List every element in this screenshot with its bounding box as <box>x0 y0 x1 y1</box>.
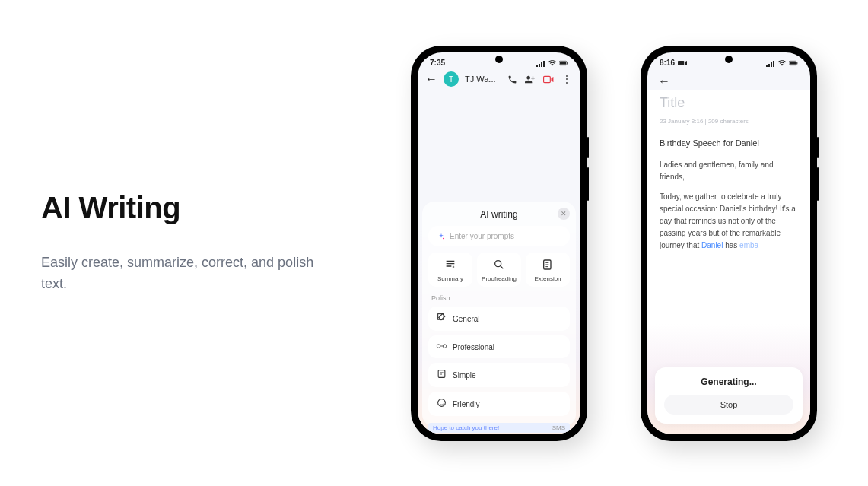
polish-simple[interactable]: Simple <box>428 363 570 387</box>
prompt-input[interactable]: Enter your prompts <box>428 226 570 246</box>
polish-friendly[interactable]: Friendly <box>428 392 570 416</box>
svg-point-12 <box>440 402 440 402</box>
sparkle-icon <box>437 233 445 240</box>
svg-point-4 <box>443 237 444 239</box>
battery-icon <box>559 59 568 67</box>
status-time: 8:16 <box>660 59 675 67</box>
chat-header: ← T TJ Wa... ⋮ <box>418 68 580 90</box>
status-time: 7:35 <box>430 59 445 67</box>
battery-icon <box>789 59 798 67</box>
add-contact-icon[interactable] <box>524 75 536 84</box>
polish-professional[interactable]: Professional <box>428 335 570 358</box>
prompt-placeholder: Enter your prompts <box>450 232 514 240</box>
call-icon[interactable] <box>506 75 518 84</box>
action-label: Proofreading <box>480 275 518 282</box>
phone-note-generating: 8:16 ← Title 23 January 8:16 | 209 chara… <box>641 46 817 441</box>
professional-icon <box>436 341 447 352</box>
stop-button[interactable]: Stop <box>664 395 793 415</box>
polish-label: Friendly <box>453 400 480 408</box>
polish-section-label: Polish <box>431 294 567 302</box>
back-icon[interactable]: ← <box>658 75 670 87</box>
wifi-icon <box>548 59 557 67</box>
action-label: Extension <box>529 275 567 282</box>
extension-icon <box>529 259 567 273</box>
svg-rect-17 <box>796 62 797 64</box>
ai-writing-panel: AI writing ✕ Enter your prompts Summary <box>422 202 576 427</box>
back-icon[interactable]: ← <box>425 72 437 86</box>
svg-point-8 <box>437 345 440 348</box>
phone-mockups: 7:35 ← T TJ Wa... <box>411 46 817 441</box>
summary-icon <box>431 259 469 273</box>
svg-rect-2 <box>567 62 568 64</box>
svg-rect-10 <box>438 370 445 378</box>
proofreading-icon <box>480 259 518 273</box>
action-summary[interactable]: Summary <box>428 253 472 287</box>
video-call-icon[interactable] <box>542 75 555 84</box>
ai-panel-title: AI writing <box>480 209 517 220</box>
note-meta: 23 January 8:16 | 209 characters <box>660 117 798 126</box>
svg-point-13 <box>442 402 443 402</box>
polish-label: Professional <box>453 343 494 351</box>
friendly-icon <box>436 398 447 410</box>
general-icon <box>436 313 447 325</box>
svg-rect-14 <box>678 61 684 65</box>
more-icon[interactable]: ⋮ <box>561 74 573 84</box>
polish-general[interactable]: General <box>428 307 570 331</box>
camera-notch <box>495 56 503 63</box>
message-snippet: Hope to catch you there! SMS <box>428 423 570 433</box>
svg-point-9 <box>443 345 447 348</box>
note-title-placeholder[interactable]: Title <box>660 93 798 114</box>
svg-point-5 <box>495 261 501 267</box>
action-extension[interactable]: Extension <box>526 253 570 287</box>
signal-icon <box>766 59 775 67</box>
camera-notch <box>725 56 733 63</box>
action-proofreading[interactable]: Proofreading <box>477 253 521 287</box>
document-heading: Birthday Speech for Daniel <box>660 137 798 150</box>
svg-rect-1 <box>560 62 566 64</box>
svg-rect-3 <box>544 76 551 82</box>
page-subhead: Easily create, summarize, correct, and p… <box>41 253 315 295</box>
avatar[interactable]: T <box>444 71 459 87</box>
recording-icon <box>678 60 687 66</box>
polish-label: General <box>453 315 480 323</box>
svg-rect-16 <box>790 62 796 64</box>
simple-icon <box>436 369 447 381</box>
document-paragraph: Ladies and gentlemen, family and friends… <box>660 159 798 183</box>
generating-status: Generating... <box>664 376 793 387</box>
action-label: Summary <box>431 275 469 282</box>
wifi-icon <box>777 59 787 67</box>
svg-point-11 <box>437 399 445 407</box>
close-icon[interactable]: ✕ <box>558 208 570 220</box>
contact-name[interactable]: TJ Wa... <box>465 75 500 84</box>
document-paragraph: Today, we gather to celebrate a truly sp… <box>660 191 798 252</box>
generating-panel: Generating... Stop <box>655 367 803 424</box>
signal-icon <box>536 59 545 67</box>
phone-ai-writing-panel: 7:35 ← T TJ Wa... <box>411 46 587 441</box>
page-heading: AI Writing <box>41 191 376 225</box>
polish-label: Simple <box>453 371 476 380</box>
